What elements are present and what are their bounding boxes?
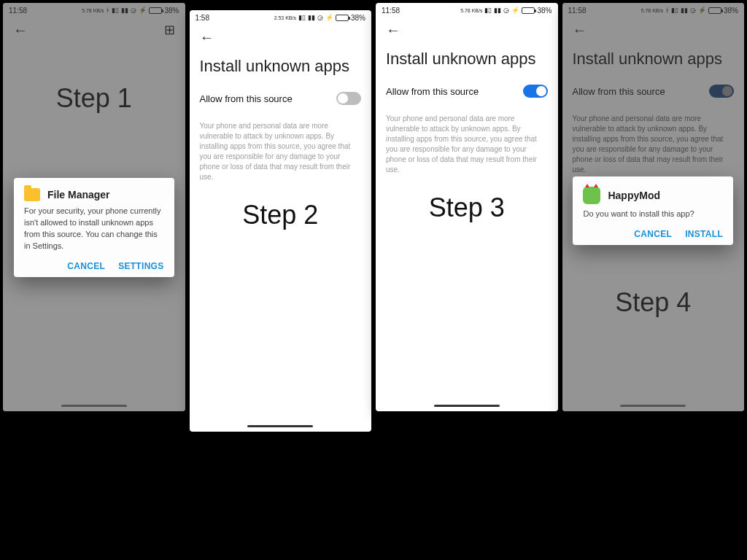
battery-pct: 38% (537, 7, 551, 15)
signal-icon-2: ▮▮ (308, 15, 315, 21)
bluetooth-icon: ᚼ (665, 7, 669, 14)
home-indicator[interactable] (434, 405, 500, 407)
allow-label: Allow from this source (386, 86, 479, 97)
clock-text: 1:58 (196, 14, 209, 22)
install-dialog: HappyMod Do you want to install this app… (573, 176, 733, 245)
home-indicator[interactable] (620, 405, 686, 407)
wifi-icon: ◶ (317, 15, 323, 21)
warning-text: Your phone and personal data are more vu… (190, 112, 372, 182)
phone-step-1: 11:58 5.78 KB/s ᚼ ▮▯ ▮▮ ◶ ⚡ 38% ← ⊞ Step… (3, 3, 185, 411)
status-bar: 1:58 2.53 KB/s ▮▯ ▮▮ ◶ ⚡ 38% (190, 10, 372, 25)
battery-icon (522, 7, 535, 14)
clock-text: 11:58 (568, 7, 587, 15)
cancel-button[interactable]: CANCEL (67, 261, 105, 271)
happymod-icon (583, 187, 600, 204)
wifi-icon: ◶ (131, 7, 136, 14)
net-rate: 5.78 KB/s (460, 8, 482, 13)
page-title: Install unknown apps (190, 50, 372, 86)
dialog-body: For your security, your phone currently … (24, 206, 164, 252)
clock-text: 11:58 (9, 7, 27, 15)
step-label-3: Step 3 (429, 192, 505, 223)
signal-icon-2: ▮▮ (681, 7, 688, 14)
nav-row: ← (562, 18, 745, 42)
clock-text: 11:58 (382, 7, 400, 15)
signal-icon: ▮▯ (484, 7, 492, 14)
wifi-icon: ◶ (503, 7, 509, 14)
page-title: Install unknown apps (376, 42, 558, 79)
battery-icon (336, 15, 349, 21)
battery-pct: 38% (351, 14, 365, 22)
allow-label: Allow from this source (200, 93, 293, 104)
allow-toggle-on[interactable] (709, 85, 734, 98)
allow-source-row[interactable]: Allow from this source (190, 86, 372, 112)
back-icon[interactable]: ← (13, 22, 28, 39)
home-indicator[interactable] (61, 405, 127, 407)
bluetooth-icon: ᚼ (106, 7, 109, 14)
step-label-4: Step 4 (615, 287, 691, 318)
phone-step-2: 1:58 2.53 KB/s ▮▯ ▮▮ ◶ ⚡ 38% ← Install u… (190, 10, 372, 432)
battery-icon (708, 7, 721, 14)
page-title: Install unknown apps (562, 42, 745, 79)
battery-pct: 38% (164, 7, 179, 15)
status-bar: 11:58 5.78 KB/s ▮▯ ▮▮ ◶ ⚡ 38% (376, 3, 558, 18)
security-dialog: File Manager For your security, your pho… (14, 178, 174, 277)
battery-pct: 38% (724, 7, 738, 15)
net-rate: 2.53 KB/s (274, 15, 296, 20)
dialog-body: Do you want to install this app? (583, 209, 723, 220)
net-rate: 5.78 KB/s (82, 8, 104, 13)
home-indicator[interactable] (247, 425, 313, 427)
settings-button[interactable]: SETTINGS (118, 261, 163, 271)
phone-row: 11:58 5.78 KB/s ᚼ ▮▯ ▮▮ ◶ ⚡ 38% ← ⊞ Step… (0, 0, 747, 432)
allow-source-row[interactable]: Allow from this source (562, 79, 745, 105)
back-icon[interactable]: ← (200, 29, 214, 46)
battery-charging-icon: ⚡ (139, 7, 147, 14)
signal-icon: ▮▯ (298, 15, 306, 21)
nav-row: ← (190, 25, 372, 50)
phone-step-3: 11:58 5.78 KB/s ▮▯ ▮▮ ◶ ⚡ 38% ← Install … (376, 3, 558, 411)
battery-charging-icon: ⚡ (698, 7, 706, 14)
back-icon[interactable]: ← (573, 22, 587, 39)
step-label-2: Step 2 (242, 200, 318, 230)
new-folder-icon[interactable]: ⊞ (164, 22, 175, 38)
status-bar: 11:58 5.78 KB/s ᚼ ▮▯ ▮▮ ◶ ⚡ 38% (3, 3, 185, 18)
signal-icon-2: ▮▮ (494, 7, 501, 14)
install-button[interactable]: INSTALL (685, 229, 723, 239)
allow-label: Allow from this source (573, 86, 665, 97)
phone-step-4: 11:58 5.78 KB/s ᚼ ▮▯ ▮▮ ◶ ⚡ 38% ← Instal… (562, 3, 745, 411)
signal-icon-2: ▮▮ (121, 7, 128, 14)
warning-text: Your phone and personal data are more vu… (376, 105, 558, 175)
nav-row: ← ⊞ (3, 18, 185, 42)
cancel-button[interactable]: CANCEL (634, 229, 672, 239)
allow-source-row[interactable]: Allow from this source (376, 79, 558, 105)
net-rate: 5.78 KB/s (641, 8, 663, 13)
signal-icon: ▮▯ (112, 7, 119, 14)
back-icon[interactable]: ← (386, 22, 400, 39)
battery-charging-icon: ⚡ (511, 7, 519, 14)
warning-text: Your phone and personal data are more vu… (562, 105, 745, 175)
status-bar: 11:58 5.78 KB/s ᚼ ▮▯ ▮▮ ◶ ⚡ 38% (562, 3, 745, 18)
allow-toggle-on[interactable] (523, 85, 548, 98)
signal-icon: ▮▯ (671, 7, 678, 14)
battery-icon (149, 7, 162, 14)
dialog-title: HappyMod (608, 190, 660, 201)
battery-charging-icon: ⚡ (325, 15, 333, 21)
dialog-title: File Manager (47, 189, 110, 201)
nav-row: ← (376, 18, 558, 42)
step-label-1: Step 1 (56, 83, 132, 114)
allow-toggle-off[interactable] (336, 92, 361, 105)
wifi-icon: ◶ (690, 7, 696, 14)
folder-icon (24, 188, 40, 201)
